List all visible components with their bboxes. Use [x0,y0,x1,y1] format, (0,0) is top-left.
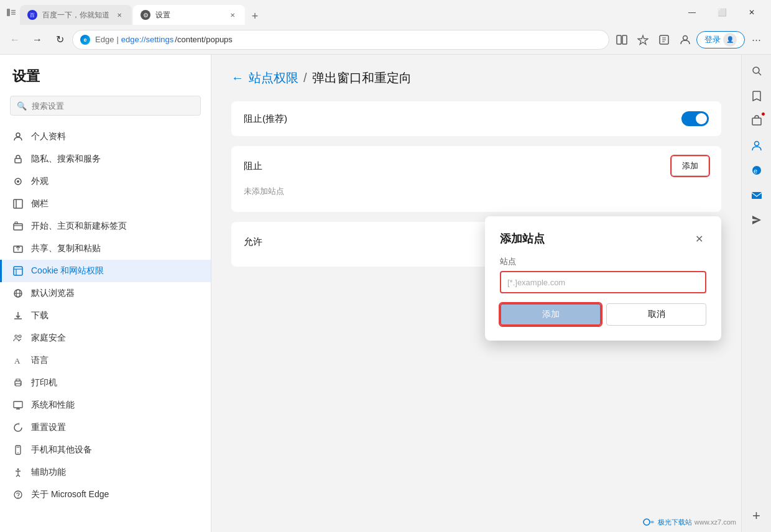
system-nav-icon [12,400,24,411]
avatar-icon: 👤 [723,33,737,47]
add-tab-button[interactable]: + [246,7,264,25]
block-toggle[interactable] [681,111,709,126]
sidebar-item-family[interactable]: 家庭安全 [0,327,211,349]
sidebar-item-mobile[interactable]: 手机和其他设备 [0,439,211,461]
sidebar-item-family-label: 家庭安全 [31,332,66,344]
block-add-button[interactable]: 添加 [672,156,709,176]
tab-settings[interactable]: ⚙ 设置 ✕ [133,5,245,25]
login-button[interactable]: 登录 👤 [696,31,745,48]
sidebar-item-about[interactable]: 关于 Microsoft Edge [0,484,211,506]
sidebar-nav-icon [12,198,24,209]
svg-rect-14 [14,224,22,230]
sidebar-item-downloads-label: 下载 [31,310,48,321]
about-nav-icon [12,489,24,500]
sidebar-item-accessibility[interactable]: 辅助功能 [0,461,211,484]
more-options-icon[interactable]: ⋯ [746,30,766,50]
mobile-nav-icon [12,444,24,456]
right-bag-icon[interactable] [746,109,768,132]
split-screen-icon[interactable] [612,30,632,50]
minimize-button[interactable]: — [678,2,706,22]
tab-settings-close[interactable]: ✕ [228,10,238,20]
right-search-icon[interactable] [746,60,768,82]
address-text: Edge | edge://settings /content/popups [95,35,233,44]
tabs-area: 百 百度一下，你就知道 ✕ ⚙ 设置 ✕ + [20,0,675,25]
search-input[interactable] [32,101,194,111]
sidebar-item-printer-label: 打印机 [31,377,57,388]
address-sep: | [116,35,118,44]
right-add-icon[interactable]: + [746,505,768,527]
page-title: 弹出窗口和重定向 [312,70,412,86]
block-recommended-label: 阻止(推荐) [244,113,287,125]
sidebar-item-language-label: 语言 [31,355,48,366]
back-button[interactable]: ← [5,30,25,50]
svg-rect-5 [622,35,627,44]
login-label: 登录 [704,34,721,45]
reset-nav-icon [12,422,24,433]
sidebar-item-system[interactable]: 系统和性能 [0,394,211,416]
sidebar-item-printer[interactable]: 打印机 [0,372,211,394]
tab-baidu-close[interactable]: ✕ [114,10,124,20]
sidebar-toggle-btn[interactable] [5,6,17,19]
sidebar-item-browser[interactable]: 默认浏览器 [0,282,211,305]
sidebar-item-downloads[interactable]: 下载 [0,305,211,327]
family-nav-icon [12,332,24,344]
address-bar[interactable]: e Edge | edge://settings /content/popups [72,30,609,50]
profile-icon[interactable] [675,30,695,50]
sidebar-item-sidebar[interactable]: 侧栏 [0,193,211,215]
profile-nav-icon [12,131,24,142]
toggle-knob [696,113,707,124]
sidebar-item-privacy[interactable]: 隐私、搜索和服务 [0,148,211,170]
dialog-close-button[interactable]: ✕ [691,231,706,246]
dialog-title: 添加站点 [500,231,545,246]
tab-baidu-title: 百度一下，你就知道 [42,10,109,21]
sidebar-item-mobile-label: 手机和其他设备 [31,444,92,456]
dialog-header: 添加站点 ✕ [500,231,706,246]
site-input[interactable] [500,271,706,293]
sidebar-item-system-label: 系统和性能 [31,400,75,411]
block-recommended-row: 阻止(推荐) [244,111,709,126]
favorites-icon[interactable] [633,30,653,50]
sidebar-item-profile[interactable]: 个人资料 [0,126,211,148]
sidebar-item-appearance[interactable]: 外观 [0,170,211,193]
maximize-button[interactable]: ⬜ [708,2,736,22]
dialog-cancel-button[interactable]: 取消 [606,303,706,326]
privacy-nav-icon [12,154,24,165]
svg-point-23 [15,335,17,337]
tab-baidu[interactable]: 百 百度一下，你就知道 ✕ [20,5,132,25]
right-collections-icon[interactable] [746,85,768,107]
back-button-content[interactable]: ← [231,71,244,85]
window-controls: — ⬜ ✕ [678,2,766,22]
sidebar-title: 设置 [0,67,211,96]
sidebar-item-reset[interactable]: 重置设置 [0,416,211,439]
printer-nav-icon [12,377,24,388]
sidebar-item-cookies-label: Cookie 和网站权限 [31,265,104,277]
refresh-button[interactable]: ↻ [50,30,70,50]
svg-text:A: A [14,356,21,365]
svg-rect-17 [14,267,22,275]
right-circle-icon[interactable]: e [746,159,768,181]
svg-point-24 [19,335,21,337]
svg-rect-0 [7,9,10,16]
sidebar-item-language[interactable]: A 语言 [0,349,211,372]
dialog-add-button[interactable]: 添加 [500,303,601,326]
breadcrumb-link[interactable]: 站点权限 [249,70,298,86]
toolbar-actions: 登录 👤 ⋯ [612,30,766,50]
forward-button[interactable]: → [27,30,47,50]
sidebar-item-share[interactable]: 共享、复制和粘贴 [0,237,211,260]
sidebar-item-cookies[interactable]: Cookie 和网站权限 [0,260,211,282]
settings-sidebar: 设置 🔍 个人资料 隐私、搜索和服务 [0,55,211,532]
svg-rect-15 [15,222,17,224]
right-outlook-icon[interactable] [746,184,768,206]
collections-icon[interactable] [654,30,674,50]
right-send-icon[interactable] [746,209,768,231]
toolbar: ← → ↻ e Edge | edge://settings /content/… [0,25,771,55]
svg-point-11 [17,180,19,183]
svg-point-33 [17,452,19,454]
close-button[interactable]: ✕ [737,2,766,22]
search-box[interactable]: 🔍 [10,96,201,116]
right-person-icon[interactable] [746,134,768,157]
svg-rect-3 [11,14,16,15]
watermark-url: www.xz7.com [695,518,736,526]
sidebar-item-newtab[interactable]: 开始、主页和新建标签页 [0,215,211,237]
svg-rect-4 [617,35,621,44]
